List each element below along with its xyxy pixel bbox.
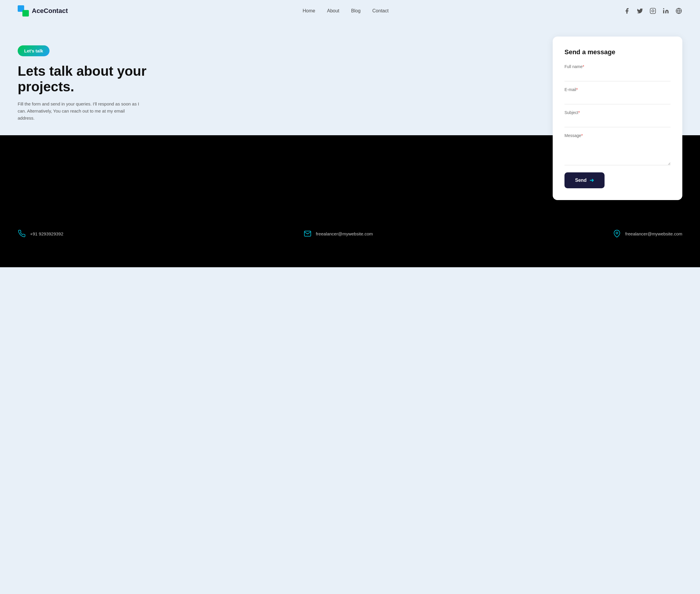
phone-number: +91 9293929392 xyxy=(30,231,63,236)
svg-point-6 xyxy=(616,232,618,234)
instagram-icon[interactable] xyxy=(649,7,657,14)
location-icon xyxy=(613,230,621,238)
facebook-icon[interactable] xyxy=(624,7,630,14)
logo-icon xyxy=(18,5,29,16)
hero-section: Let's talk Lets talk about your projects… xyxy=(0,22,700,135)
email-label: E-mail* xyxy=(564,87,671,92)
phone-contact: +91 9293929392 xyxy=(18,230,63,238)
fullname-label: Full name* xyxy=(564,64,671,69)
twitter-icon[interactable] xyxy=(636,7,643,14)
contact-form-container: Send a message Full name* E-mail* Subje xyxy=(553,39,682,200)
hero-left: Let's talk Lets talk about your projects… xyxy=(18,39,171,122)
hero-description: Fill the form and send in your queries. … xyxy=(18,100,141,122)
email1-contact: freealancer@mywebsite.com xyxy=(303,230,373,238)
globe-icon[interactable] xyxy=(675,7,682,14)
subject-label: Subject* xyxy=(564,110,671,115)
send-button[interactable]: Send ➜ xyxy=(564,172,605,188)
message-required: * xyxy=(581,133,583,138)
phone-icon xyxy=(18,230,26,238)
svg-point-3 xyxy=(663,8,664,9)
footer-contacts: +91 9293929392 freealancer@mywebsite.com xyxy=(0,212,700,250)
content-wrapper: Let's talk Lets talk about your projects… xyxy=(0,22,700,267)
svg-rect-2 xyxy=(663,10,664,13)
svg-rect-0 xyxy=(650,8,656,13)
social-icons xyxy=(624,7,682,14)
email2-address: freealancer@mywebsite.com xyxy=(625,231,682,236)
linkedin-icon[interactable] xyxy=(662,7,669,14)
logo-text: AceContact xyxy=(32,7,68,15)
nav-contact[interactable]: Contact xyxy=(372,8,389,13)
send-arrow-icon: ➜ xyxy=(590,177,594,184)
navbar: AceContact Home About Blog Contact xyxy=(0,0,700,22)
subject-required: * xyxy=(578,110,580,115)
nav-about[interactable]: About xyxy=(327,8,339,13)
nav-menu: Home About Blog Contact xyxy=(303,8,389,13)
lets-talk-badge[interactable]: Let's talk xyxy=(18,45,49,56)
email-required: * xyxy=(576,87,578,92)
message-group: Message* xyxy=(564,133,671,166)
fullname-required: * xyxy=(582,64,584,69)
send-button-label: Send xyxy=(575,178,587,183)
nav-home[interactable]: Home xyxy=(303,8,315,13)
email1-icon xyxy=(303,230,312,238)
message-label: Message* xyxy=(564,133,671,138)
form-heading: Send a message xyxy=(564,48,671,56)
email1-address: freealancer@mywebsite.com xyxy=(316,231,373,236)
email-input[interactable] xyxy=(564,94,671,104)
subject-input[interactable] xyxy=(564,117,671,127)
subject-group: Subject* xyxy=(564,110,671,127)
fullname-group: Full name* xyxy=(564,64,671,81)
contact-form-card: Send a message Full name* E-mail* Subje xyxy=(553,36,682,200)
message-textarea[interactable] xyxy=(564,140,671,165)
email-group: E-mail* xyxy=(564,87,671,104)
nav-blog[interactable]: Blog xyxy=(351,8,361,13)
hero-title: Lets talk about your projects. xyxy=(18,63,171,95)
logo-link[interactable]: AceContact xyxy=(18,5,68,16)
email2-contact: freealancer@mywebsite.com xyxy=(613,230,682,238)
fullname-input[interactable] xyxy=(564,71,671,81)
